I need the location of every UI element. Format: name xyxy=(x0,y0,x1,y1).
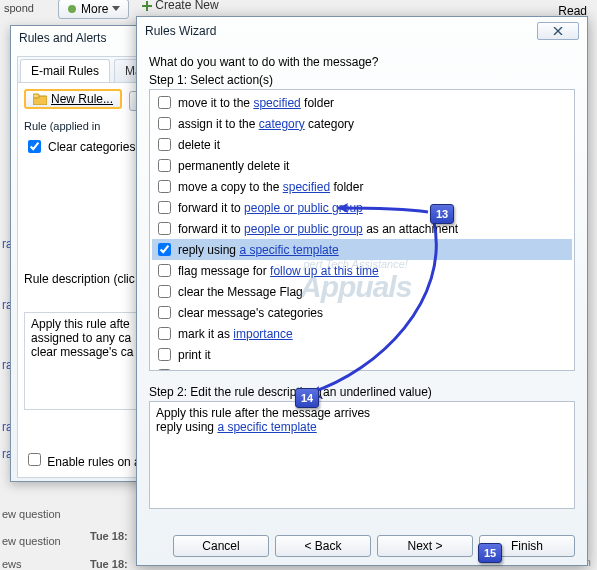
wizard-titlebar: Rules Wizard xyxy=(137,17,587,45)
svg-rect-2 xyxy=(33,94,39,98)
enable-rules-label: Enable rules on a xyxy=(47,455,140,469)
action-link[interactable]: people or public group xyxy=(244,222,363,236)
action-row[interactable]: clear message's categories xyxy=(152,302,572,323)
action-row[interactable]: permanently delete it xyxy=(152,155,572,176)
desc-line-2: reply using a specific template xyxy=(156,420,568,434)
action-checkbox[interactable] xyxy=(158,243,171,256)
action-link[interactable]: specified xyxy=(253,96,300,110)
action-label: clear message's categories xyxy=(178,306,323,320)
callout-badge-13: 13 xyxy=(430,204,454,224)
new-rule-label: New Rule... xyxy=(51,92,113,106)
action-row[interactable]: forward it to people or public group as … xyxy=(152,218,572,239)
action-label: assign it to the category category xyxy=(178,117,354,131)
action-label: move it to the specified folder xyxy=(178,96,334,110)
action-label: play a sound xyxy=(178,369,246,372)
next-button[interactable]: Next > xyxy=(377,535,473,557)
action-label: reply using a specific template xyxy=(178,243,339,257)
action-checkbox[interactable] xyxy=(158,369,171,371)
rule-checkbox[interactable] xyxy=(28,140,41,153)
enable-rules-checkbox-row[interactable]: Enable rules on a xyxy=(24,450,141,469)
close-button[interactable] xyxy=(537,22,579,40)
tab-email-rules[interactable]: E-mail Rules xyxy=(20,59,110,82)
action-label: forward it to people or public group xyxy=(178,201,363,215)
action-link[interactable]: importance xyxy=(233,327,292,341)
bg-row-time: Tue 18: xyxy=(90,530,128,542)
step1-label: Step 1: Select action(s) xyxy=(149,73,575,87)
action-checkbox[interactable] xyxy=(158,138,171,151)
rules-wizard-dialog: Rules Wizard What do you want to do with… xyxy=(136,16,588,566)
action-checkbox[interactable] xyxy=(158,201,171,214)
action-row[interactable]: reply using a specific template xyxy=(152,239,572,260)
svg-point-0 xyxy=(68,5,76,13)
action-link[interactable]: category xyxy=(259,117,305,131)
action-link[interactable]: specified xyxy=(283,180,330,194)
rule-item-label: Clear categories xyxy=(48,140,135,154)
action-checkbox[interactable] xyxy=(158,348,171,361)
action-checkbox[interactable] xyxy=(158,306,171,319)
specific-template-link[interactable]: a specific template xyxy=(217,420,316,434)
close-icon xyxy=(553,27,563,35)
folder-icon xyxy=(33,93,47,105)
desc-line-1: Apply this rule after the message arrive… xyxy=(156,406,568,420)
action-row[interactable]: mark it as importance xyxy=(152,323,572,344)
action-checkbox[interactable] xyxy=(158,285,171,298)
action-label: delete it xyxy=(178,138,220,152)
circle-icon xyxy=(67,4,77,14)
action-row[interactable]: play a sound xyxy=(152,365,572,371)
action-checkbox[interactable] xyxy=(158,222,171,235)
action-checkbox[interactable] xyxy=(158,96,171,109)
back-button[interactable]: < Back xyxy=(275,535,371,557)
action-label: move a copy to the specified folder xyxy=(178,180,363,194)
action-label: print it xyxy=(178,348,211,362)
bg-row-time2: Tue 18: xyxy=(90,558,128,570)
action-label: forward it to people or public group as … xyxy=(178,222,458,236)
step2-label: Step 2: Edit the rule description (an un… xyxy=(149,385,575,399)
action-label: clear the Message Flag xyxy=(178,285,303,299)
action-row[interactable]: forward it to people or public group xyxy=(152,197,572,218)
more-dropdown[interactable]: More xyxy=(58,0,129,19)
action-row[interactable]: delete it xyxy=(152,134,572,155)
action-label: mark it as importance xyxy=(178,327,293,341)
enable-rules-checkbox[interactable] xyxy=(28,453,41,466)
action-row[interactable]: flag message for follow up at this time xyxy=(152,260,572,281)
callout-badge-14: 14 xyxy=(295,388,319,408)
action-row[interactable]: move it to the specified folder xyxy=(152,92,572,113)
create-new-label: Create New xyxy=(155,0,218,12)
action-checkbox[interactable] xyxy=(158,327,171,340)
action-row[interactable]: print it xyxy=(152,344,572,365)
more-label: More xyxy=(81,2,108,16)
cancel-button[interactable]: Cancel xyxy=(173,535,269,557)
chevron-down-icon xyxy=(112,6,120,12)
actions-listbox[interactable]: move it to the specified folderassign it… xyxy=(149,89,575,371)
bg-row-ews: ews xyxy=(2,558,22,570)
bg-respond-label: spond xyxy=(0,0,38,16)
action-row[interactable]: assign it to the category category xyxy=(152,113,572,134)
plus-icon xyxy=(142,1,152,11)
action-link[interactable]: people or public group xyxy=(244,201,363,215)
bg-row-newquestion2: ew question xyxy=(2,535,61,547)
step2-label-post: an underlined value) xyxy=(323,385,432,399)
new-rule-button[interactable]: New Rule... xyxy=(24,89,122,109)
action-checkbox[interactable] xyxy=(158,180,171,193)
action-checkbox[interactable] xyxy=(158,159,171,172)
action-link[interactable]: a sound xyxy=(203,369,246,372)
action-row[interactable]: clear the Message Flag xyxy=(152,281,572,302)
create-new-group[interactable]: Create New xyxy=(142,0,219,12)
wizard-question: What do you want to do with the message? xyxy=(149,55,575,69)
action-checkbox[interactable] xyxy=(158,264,171,277)
desc-line-2-pre: reply using xyxy=(156,420,217,434)
action-link[interactable]: follow up at this time xyxy=(270,264,379,278)
action-label: permanently delete it xyxy=(178,159,289,173)
wizard-title-text: Rules Wizard xyxy=(145,24,216,38)
action-label: flag message for follow up at this time xyxy=(178,264,379,278)
wizard-button-row: Cancel < Back Next > Finish xyxy=(173,535,575,557)
bg-row-newquestion: ew question xyxy=(2,508,61,520)
rule-description-editor[interactable]: Apply this rule after the message arrive… xyxy=(149,401,575,509)
action-row[interactable]: move a copy to the specified folder xyxy=(152,176,572,197)
callout-badge-15: 15 xyxy=(478,543,502,563)
action-checkbox[interactable] xyxy=(158,117,171,130)
action-link[interactable]: a specific template xyxy=(239,243,338,257)
